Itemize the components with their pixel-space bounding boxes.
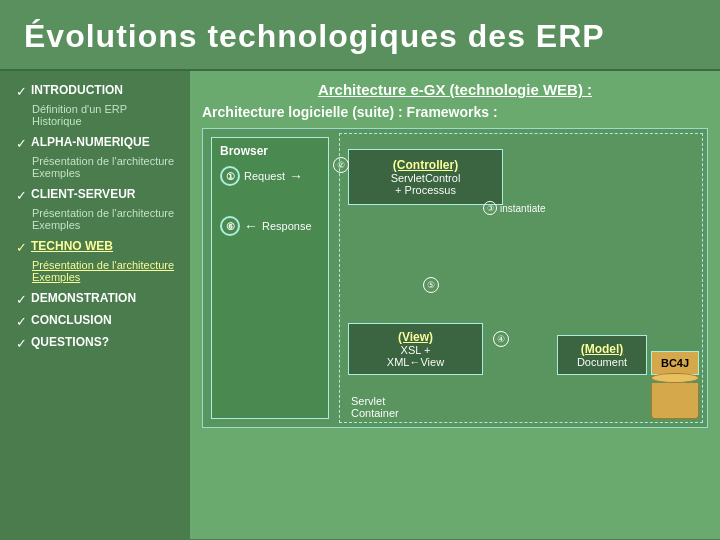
bc4j-label: BC4J bbox=[656, 357, 694, 369]
view-label: (View) bbox=[359, 330, 472, 344]
sidebar-item-alpha-sub: Présentation de l'architecture Exemples bbox=[12, 153, 190, 181]
controller-box: (Controller) ServletControl + Processus bbox=[348, 149, 503, 205]
circle-4: ④ bbox=[493, 331, 509, 347]
sidebar-section-techno: ✓ TECHNO WEB Présentation de l'architect… bbox=[12, 237, 190, 285]
response-label: Response bbox=[262, 220, 312, 232]
view-sub1: XSL + bbox=[359, 344, 472, 356]
request-row: ① Request → bbox=[220, 166, 320, 186]
model-label: (Model) bbox=[566, 342, 638, 356]
request-arrow-icon: → bbox=[289, 168, 303, 184]
check-icon-alpha: ✓ bbox=[16, 136, 27, 151]
view-box: (View) XSL + XML←View bbox=[348, 323, 483, 375]
instantiate-label: ③ instantiate bbox=[483, 201, 546, 215]
sidebar-item-client[interactable]: ✓ CLIENT-SERVEUR bbox=[12, 185, 190, 205]
circle-2: ② bbox=[333, 157, 349, 173]
controller-sub1: ServletControl bbox=[359, 172, 492, 184]
content-main-title: Architecture e-GX (technologie WEB) : bbox=[202, 81, 708, 98]
response-row: ⑥ ← Response bbox=[220, 216, 320, 236]
browser-box: Browser ① Request → ⑥ ← Response bbox=[211, 137, 329, 419]
title-bar: Évolutions technologiques des ERP bbox=[0, 0, 720, 71]
view-sub2: XML←View bbox=[359, 356, 472, 368]
browser-label: Browser bbox=[220, 144, 320, 158]
model-box: (Model) Document bbox=[557, 335, 647, 375]
check-icon-intro: ✓ bbox=[16, 84, 27, 99]
controller-sub2: + Processus bbox=[359, 184, 492, 196]
sidebar-item-questions[interactable]: ✓ QUESTIONS? bbox=[12, 333, 190, 353]
request-label: Request bbox=[244, 170, 285, 182]
sidebar-item-demonstration[interactable]: ✓ DEMONSTRATION bbox=[12, 289, 190, 309]
content-panel: Architecture e-GX (technologie WEB) : Ar… bbox=[190, 71, 720, 539]
sidebar-item-erp-def: Définition d'un ERP Historique bbox=[12, 101, 190, 129]
main-content: ✓ INTRODUCTION Définition d'un ERP Histo… bbox=[0, 71, 720, 539]
bc4j-box: BC4J bbox=[651, 351, 699, 375]
servlet-label: Servlet Container bbox=[351, 395, 399, 419]
content-subtitle: Architecture logicielle (suite) : Framew… bbox=[202, 104, 708, 120]
sidebar-item-alpha[interactable]: ✓ ALPHA-NUMERIQUE bbox=[12, 133, 190, 153]
controller-label: (Controller) bbox=[359, 158, 492, 172]
check-icon-demo: ✓ bbox=[16, 292, 27, 307]
check-icon-client: ✓ bbox=[16, 188, 27, 203]
instantiate-text: instantiate bbox=[500, 203, 546, 214]
page: Évolutions technologiques des ERP ✓ INTR… bbox=[0, 0, 720, 540]
check-icon-techno: ✓ bbox=[16, 240, 27, 255]
sidebar-section-client: ✓ CLIENT-SERVEUR Présentation de l'archi… bbox=[12, 185, 190, 233]
circle-5: ⑤ bbox=[423, 277, 439, 293]
sidebar-item-techno-sub: Présentation de l'architecture Exemples bbox=[12, 257, 190, 285]
circle-1: ① bbox=[220, 166, 240, 186]
sidebar-item-client-sub: Présentation de l'architecture Exemples bbox=[12, 205, 190, 233]
response-arrow-icon: ← bbox=[244, 218, 258, 234]
sidebar-section-intro: ✓ INTRODUCTION Définition d'un ERP Histo… bbox=[12, 81, 190, 129]
check-icon-questions: ✓ bbox=[16, 336, 27, 351]
sidebar-item-introduction[interactable]: ✓ INTRODUCTION bbox=[12, 81, 190, 101]
page-title: Évolutions technologiques des ERP bbox=[24, 18, 696, 55]
database-area bbox=[651, 373, 699, 419]
circle-3: ③ bbox=[483, 201, 497, 215]
sidebar-item-techno[interactable]: ✓ TECHNO WEB bbox=[12, 237, 190, 257]
framework-diagram: Browser ① Request → ⑥ ← Response bbox=[202, 128, 708, 428]
sidebar-item-conclusion[interactable]: ✓ CONCLUSION bbox=[12, 311, 190, 331]
check-icon-conclusion: ✓ bbox=[16, 314, 27, 329]
model-sub: Document bbox=[566, 356, 638, 368]
circle-6: ⑥ bbox=[220, 216, 240, 236]
sidebar-section-alpha: ✓ ALPHA-NUMERIQUE Présentation de l'arch… bbox=[12, 133, 190, 181]
sidebar: ✓ INTRODUCTION Définition d'un ERP Histo… bbox=[0, 71, 190, 539]
